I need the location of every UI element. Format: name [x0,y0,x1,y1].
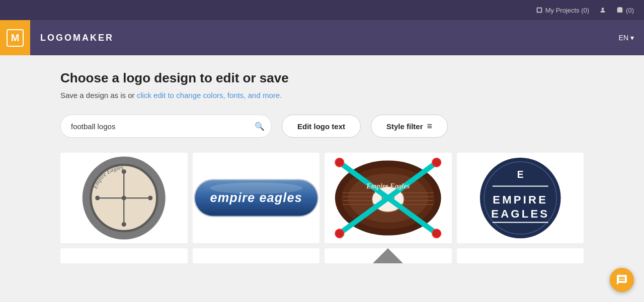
svg-text:EAGLES: EAGLES [491,208,549,220]
brand-icon-letter: M [7,29,24,47]
logo-card-3[interactable]: Empire Eagles [325,153,452,243]
chat-button[interactable] [610,268,634,292]
svg-point-35 [432,229,441,238]
logo-card-6[interactable] [193,248,320,263]
page-title: Choose a logo design to edit or save [60,70,584,86]
svg-text:empire eagles: empire eagles [210,190,302,205]
search-button[interactable]: 🔍 [255,122,265,131]
brand-name: LOGOMAKER [40,33,114,43]
logo-card-5[interactable] [60,248,188,263]
svg-point-13 [122,196,126,200]
account-icon-btn[interactable] [599,7,606,14]
logo-grid: Empire Eagles [60,153,584,263]
controls-row: 🔍 Edit logo text Style filter ≡ [60,115,584,138]
search-icon: 🔍 [255,122,265,131]
brand-icon[interactable]: M [0,20,30,55]
logo-card-1[interactable]: Empire Eagles [60,153,188,243]
style-filter-button[interactable]: Style filter ≡ [371,115,448,138]
svg-point-0 [602,8,604,10]
svg-text:E: E [517,169,523,180]
edit-link[interactable]: click edit to change colors, fonts, and … [137,91,282,99]
svg-point-1 [619,12,619,13]
my-projects-label: My Projects (0) [545,7,589,14]
logo-card-8[interactable] [457,248,584,263]
logo-card-7[interactable] [325,248,452,263]
edit-logo-text-label: Edit logo text [297,122,345,131]
svg-point-33 [432,158,441,167]
lang-label: EN [619,34,628,42]
svg-point-10 [122,222,126,227]
header-left: M LOGOMAKER [10,20,114,55]
main-content: Choose a logo design to edit or save Sav… [0,55,644,278]
svg-point-34 [335,229,344,238]
chevron-down-icon: ▾ [630,34,634,42]
search-input[interactable] [60,115,272,138]
cart-label: (0) [626,7,634,14]
logo-card-4[interactable]: E EMPIRE EAGLES [457,153,584,243]
svg-point-12 [148,196,152,200]
svg-point-2 [620,12,621,13]
svg-point-11 [95,196,100,200]
subtitle-text: Save a design as is or [60,91,137,99]
header-right: EN ▾ [619,34,634,42]
logo-card-2[interactable]: empire eagles [193,153,320,243]
language-selector[interactable]: EN ▾ [619,34,634,42]
search-wrapper: 🔍 [60,115,272,138]
my-projects-link[interactable]: My Projects (0) [536,7,589,14]
header: M LOGOMAKER EN ▾ [0,20,644,55]
page-subtitle: Save a design as is or click edit to cha… [60,91,584,99]
top-bar: My Projects (0) (0) [0,0,644,20]
edit-logo-text-button[interactable]: Edit logo text [282,115,361,138]
svg-text:EMPIRE: EMPIRE [493,193,548,206]
filter-icon: ≡ [427,121,433,132]
svg-point-9 [122,169,126,174]
svg-text:Empire Eagles: Empire Eagles [366,182,410,190]
svg-marker-44 [373,248,403,263]
cart-btn[interactable]: (0) [616,7,634,14]
svg-point-32 [335,158,344,167]
style-filter-label: Style filter [386,122,423,131]
